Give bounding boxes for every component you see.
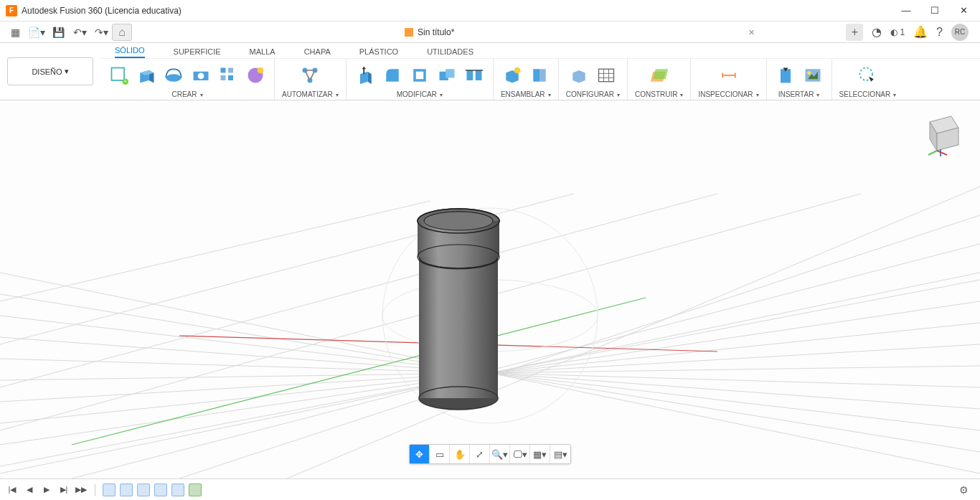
save-button[interactable]: 💾 (50, 24, 67, 41)
display-settings-button[interactable]: 🖵▾ (510, 445, 530, 463)
tab-plastico[interactable]: PLÁSTICO (359, 47, 398, 58)
svg-rect-34 (533, 69, 540, 82)
extrude-button[interactable] (135, 64, 158, 87)
svg-rect-30 (476, 70, 482, 80)
document-tab[interactable]: Sin título* (405, 27, 454, 37)
user-avatar[interactable]: RC (951, 24, 969, 41)
quick-access-toolbar: ▦ 📄▾ 💾 ↶▾ ↷▾ ⌂ Sin título* × + ◔ ◐ 1 🔔 ?… (0, 22, 980, 43)
timeline-play-button[interactable]: ▶ (40, 484, 53, 496)
undo-button[interactable]: ↶▾ (71, 24, 88, 41)
svg-marker-36 (573, 70, 586, 83)
group-crear: + CREAR (100, 59, 275, 100)
app-icon: F (6, 5, 17, 16)
ensamblar-dropdown[interactable] (547, 90, 551, 98)
joint-button[interactable] (528, 64, 551, 87)
hole-button[interactable] (189, 64, 212, 87)
align-button[interactable] (463, 64, 486, 87)
svg-line-19 (305, 70, 310, 80)
combine-button[interactable] (435, 64, 458, 87)
insert-image-button[interactable] (801, 64, 824, 87)
measure-button[interactable] (717, 64, 740, 87)
automate-button[interactable] (298, 64, 321, 87)
file-menu-button[interactable]: 📄▾ (28, 24, 45, 41)
svg-marker-43 (653, 69, 668, 79)
pan-button[interactable]: ✋ (450, 445, 470, 463)
minimize-button[interactable]: — (900, 5, 913, 16)
insert-derive-button[interactable] (774, 64, 797, 87)
svg-line-66 (179, 215, 980, 478)
tab-chapa[interactable]: CHAPA (304, 47, 331, 58)
tab-utilidades[interactable]: UTILIDADES (427, 47, 473, 58)
document-name: Sin título* (418, 27, 454, 37)
window-title: Autodesk Fusion 360 (Licencia educativa) (22, 6, 182, 16)
orbit-button[interactable]: ✥ (410, 445, 430, 463)
plane-button[interactable] (648, 64, 671, 87)
timeline-feature-4[interactable] (154, 484, 167, 496)
notifications-button[interactable]: 🔔 (913, 25, 928, 39)
tab-superficie[interactable]: SUPERFICIE (174, 47, 221, 58)
group-inspeccionar: INSPECCIONAR (691, 59, 766, 100)
timeline-start-button[interactable]: |◀ (6, 484, 19, 496)
crear-dropdown[interactable] (199, 90, 203, 98)
workspace-label: DISEÑO (32, 67, 62, 76)
maximize-button[interactable]: ☐ (928, 5, 941, 16)
timeline-feature-6[interactable] (189, 484, 202, 496)
new-component-button[interactable] (501, 64, 524, 87)
data-panel-button[interactable]: ▦ (6, 24, 24, 41)
timeline-next-button[interactable]: ▶| (57, 484, 70, 496)
lookat-button[interactable]: ▭ (430, 445, 450, 463)
job-status-button[interactable]: ◐ 1 (890, 27, 905, 37)
model-cylinder (418, 209, 499, 410)
timeline-feature-2[interactable] (120, 484, 133, 496)
zoom-button[interactable]: ⤢ (470, 445, 490, 463)
timeline-prev-button[interactable]: ◀ (23, 484, 36, 496)
viewcube[interactable] (915, 108, 966, 158)
insertar-dropdown[interactable] (815, 90, 819, 98)
seleccionar-dropdown[interactable] (892, 90, 896, 98)
extensions-button[interactable]: ◔ (872, 25, 882, 39)
fillet-button[interactable] (381, 64, 404, 87)
configure-button[interactable] (567, 64, 590, 87)
svg-point-8 (198, 73, 204, 80)
group-label-modificar: MODIFICAR (397, 90, 437, 98)
close-document-button[interactable]: × (748, 27, 754, 38)
timeline-feature-1[interactable] (103, 484, 116, 496)
job-count: 1 (900, 27, 905, 37)
primitive-button[interactable] (244, 64, 267, 87)
select-button[interactable] (856, 64, 879, 87)
close-button[interactable]: ✕ (957, 5, 970, 16)
svg-rect-28 (446, 69, 454, 77)
modificar-dropdown[interactable] (438, 90, 443, 98)
home-button[interactable]: ⌂ (112, 24, 132, 41)
automatizar-dropdown[interactable] (334, 90, 339, 98)
grid-settings-button[interactable]: ▦▾ (530, 445, 550, 463)
construir-dropdown[interactable] (679, 90, 683, 98)
group-modificar: MODIFICAR (347, 59, 494, 100)
svg-rect-29 (466, 70, 473, 80)
svg-point-82 (424, 212, 493, 230)
sketch-button[interactable]: + (108, 64, 131, 87)
timeline-end-button[interactable]: ▶▶ (75, 484, 88, 496)
group-label-crear: CREAR (171, 90, 197, 98)
fit-button[interactable]: 🔍▾ (490, 445, 510, 463)
svg-point-51 (807, 71, 811, 75)
inspeccionar-dropdown[interactable] (755, 90, 759, 98)
timeline-settings-button[interactable]: ⚙ (959, 484, 974, 496)
workspace-selector[interactable]: DISEÑO ▾ (7, 57, 93, 85)
revolve-button[interactable] (162, 64, 185, 87)
tab-malla[interactable]: MALLA (250, 47, 275, 58)
timeline-feature-5[interactable] (171, 484, 184, 496)
presspull-button[interactable] (354, 64, 377, 87)
timeline-feature-3[interactable] (137, 484, 150, 496)
help-button[interactable]: ? (936, 26, 943, 39)
svg-line-67 (287, 187, 980, 478)
redo-button[interactable]: ↷▾ (93, 24, 110, 41)
configurar-dropdown[interactable] (616, 90, 620, 98)
shell-button[interactable] (408, 64, 431, 87)
viewport[interactable]: ✥ ▭ ✋ ⤢ 🔍▾ 🖵▾ ▦▾ ▤▾ (0, 100, 980, 478)
new-tab-button[interactable]: + (846, 24, 863, 41)
table-button[interactable] (595, 64, 618, 87)
pattern-button[interactable] (217, 64, 240, 87)
tab-solido[interactable]: SÓLIDO (115, 46, 145, 58)
viewport-layout-button[interactable]: ▤▾ (550, 445, 570, 463)
